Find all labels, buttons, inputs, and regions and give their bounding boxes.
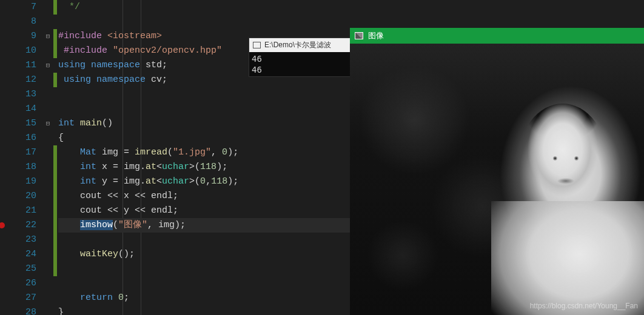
line-number: 25 (0, 262, 36, 276)
line-number: 15 (0, 116, 36, 131)
line-number: 11 (0, 58, 36, 73)
line-number: 26 (0, 276, 36, 291)
fold-toggle (42, 102, 53, 116)
watermark-text: https://blog.csdn.net/Young__Fan (530, 302, 638, 310)
console-titlebar[interactable]: E:\Demo\卡尔曼滤波 (249, 38, 351, 52)
fold-column: ⊟⊟⊟ (42, 0, 53, 315)
fold-toggle (42, 247, 53, 262)
line-number-gutter: 7891011121314151617181920212223242526272… (0, 0, 42, 315)
fold-toggle (42, 189, 53, 204)
fold-toggle[interactable]: ⊟ (42, 58, 53, 73)
fold-toggle (42, 87, 53, 102)
line-number: 16 (0, 131, 36, 145)
photo-dress-region (491, 201, 644, 315)
fold-toggle (42, 305, 53, 315)
line-number: 28 (0, 305, 36, 315)
line-number: 24 (0, 247, 36, 262)
fold-toggle (42, 44, 53, 58)
fold-toggle (42, 276, 53, 291)
console-icon (253, 42, 261, 48)
fold-toggle (42, 15, 53, 29)
image-titlebar[interactable]: 图像 (350, 28, 644, 44)
fold-toggle (42, 233, 53, 247)
console-title-text: E:\Demo\卡尔曼滤波 (264, 40, 331, 50)
line-number: 10 (0, 44, 36, 58)
grayscale-photo (350, 44, 644, 315)
image-display: https://blog.csdn.net/Young__Fan (350, 44, 644, 315)
fold-toggle (42, 0, 53, 15)
line-number: 23 (0, 233, 36, 247)
fold-toggle (42, 131, 53, 145)
console-window[interactable]: E:\Demo\卡尔曼滤波 4646 (249, 38, 352, 77)
fold-toggle (42, 262, 53, 276)
line-number: 21 (0, 204, 36, 218)
image-window-title: 图像 (368, 30, 384, 41)
line-number: 17 (0, 145, 36, 160)
line-number: 19 (0, 174, 36, 189)
line-number: 12 (0, 73, 36, 87)
code-line[interactable] (58, 15, 644, 29)
photo-features (532, 136, 599, 202)
fold-toggle[interactable]: ⊟ (42, 29, 53, 44)
fold-toggle (42, 218, 53, 233)
line-number: 8 (0, 15, 36, 29)
console-line: 46 (252, 53, 349, 64)
fold-toggle (42, 145, 53, 160)
line-number: 13 (0, 87, 36, 102)
console-output: 4646 (249, 52, 351, 76)
fold-toggle (42, 73, 53, 87)
fold-toggle (42, 160, 53, 174)
line-number: 18 (0, 160, 36, 174)
image-window[interactable]: 图像 https://blog.csdn.net/Young__Fan (350, 28, 644, 315)
fold-toggle (42, 204, 53, 218)
line-number: 14 (0, 102, 36, 116)
fold-toggle[interactable]: ⊟ (42, 116, 53, 131)
line-number: 20 (0, 189, 36, 204)
fold-toggle (42, 291, 53, 305)
code-line[interactable]: */ (58, 0, 644, 15)
line-number: 9 (0, 29, 36, 44)
line-number: 22 (0, 218, 36, 233)
line-number: 27 (0, 291, 36, 305)
console-line: 46 (252, 64, 349, 75)
fold-toggle (42, 174, 53, 189)
image-window-icon (355, 32, 363, 39)
line-number: 7 (0, 0, 36, 15)
